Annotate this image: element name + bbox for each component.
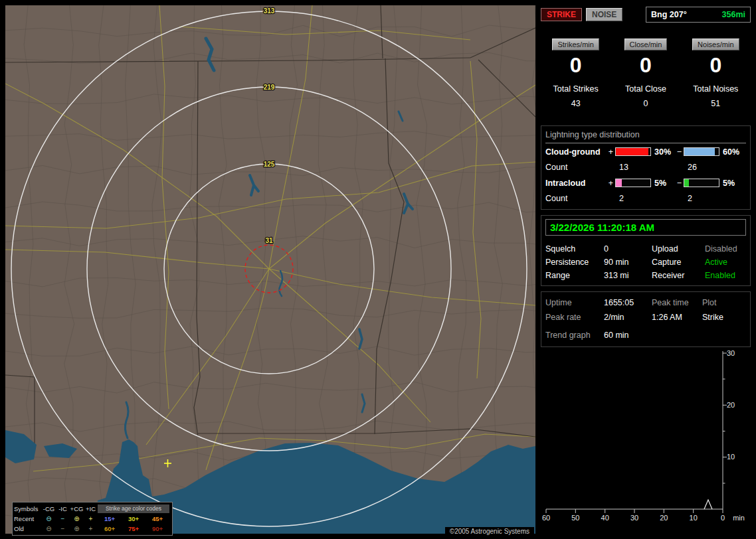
noises-per-min-value: 0: [681, 53, 751, 77]
plot-value: Strike: [702, 313, 746, 322]
intracloud-label: Intracloud: [545, 179, 607, 188]
ic-positive-sign: +: [607, 179, 615, 188]
noises-counter-column: Noises/min 0 Total Noises 51: [681, 38, 751, 108]
datetime-display: 3/22/2026 11:20:18 AM: [545, 219, 746, 236]
recent-pos-ic-icon: +: [84, 515, 98, 522]
noises-per-min-button[interactable]: Noises/min: [692, 38, 739, 50]
total-strikes-label: Total Strikes: [541, 84, 611, 94]
capture-status: Active: [705, 258, 746, 267]
recent-neg-ic-icon: −: [56, 515, 70, 522]
squelch-label: Squelch: [545, 244, 604, 254]
cg-positive-count: 13: [619, 163, 688, 172]
lightning-map[interactable]: 313 219 125 31 Symbols -CG -IC +CG +IC S…: [5, 5, 535, 534]
statistics-section: Uptime 1655:05 Peak time Plot Peak rate …: [541, 291, 751, 347]
cloud-ground-row: Cloud-ground + 30% − 60%: [545, 143, 746, 160]
map-canvas: 313 219 125 31: [5, 5, 535, 534]
rate-counters: Strikes/min 0 Total Strikes 43 Close/min…: [541, 38, 751, 108]
legend-col-pos-cg: +CG: [70, 505, 84, 512]
close-counter-column: Close/min 0 Total Close 0: [611, 38, 680, 108]
bearing-value: Bng 207°: [651, 10, 687, 19]
old-neg-cg-icon: ⊖: [42, 525, 56, 532]
age-45: 45+: [145, 515, 169, 522]
age-15: 15+: [98, 515, 122, 522]
cloud-ground-label: Cloud-ground: [545, 147, 607, 157]
plot-label: Plot: [702, 298, 746, 307]
ring-label-125: 125: [264, 161, 275, 168]
ic-positive-count: 2: [619, 194, 688, 203]
stats-row-1: Uptime 1655:05 Peak time Plot: [545, 295, 746, 310]
peak-time-value: 1:26 AM: [652, 313, 702, 322]
ic-negative-sign: −: [675, 179, 684, 188]
peak-rate-value: 2/min: [604, 313, 652, 322]
trend-x-label-50: 50: [571, 514, 579, 522]
trend-graph-window: 60 min: [604, 331, 746, 340]
trend-graph-label: Trend graph: [545, 331, 604, 340]
settings-row-squelch: Squelch 0 Upload Disabled: [545, 242, 746, 256]
age-90: 90+: [145, 525, 169, 532]
copyright-text: ©2005 Astrogenic Systems: [445, 527, 534, 536]
ring-label-219: 219: [264, 84, 275, 91]
capture-label: Capture: [652, 258, 705, 267]
trend-x-label-20: 20: [660, 514, 668, 522]
total-close-value: 0: [611, 99, 680, 108]
trend-x-unit: min: [733, 514, 745, 522]
strikes-per-min-value: 0: [541, 53, 611, 77]
trend-x-label-30: 30: [630, 514, 638, 522]
trend-x-label-0: 0: [721, 514, 725, 522]
receiver-label: Receiver: [652, 271, 705, 280]
ic-positive-bar-fill: [616, 179, 622, 187]
age-60: 60+: [98, 525, 122, 532]
total-noises-label: Total Noises: [681, 84, 751, 94]
distance-value: 356mi: [722, 10, 745, 19]
cg-count-label: Count: [545, 163, 619, 172]
cg-negative-sign: −: [675, 147, 684, 157]
total-close-label: Total Close: [611, 84, 680, 94]
persistence-label: Persistence: [545, 258, 604, 267]
noise-mode-button[interactable]: NOISE: [586, 8, 622, 21]
age-30: 30+: [122, 515, 145, 522]
recent-pos-cg-icon: ⊕: [70, 515, 84, 522]
cg-negative-percent: 60%: [719, 147, 746, 157]
cg-negative-count: 26: [688, 163, 746, 172]
trend-y-label-10: 10: [727, 453, 735, 461]
intracloud-row: Intracloud + 5% − 5%: [545, 175, 746, 191]
old-pos-ic-icon: +: [84, 525, 98, 532]
mode-toolbar: STRIKE NOISE Bng 207° 356mi: [541, 5, 751, 24]
trend-x-label-60: 60: [542, 514, 550, 522]
trend-x-label-40: 40: [601, 514, 609, 522]
squelch-value: 0: [604, 244, 652, 254]
total-strikes-value: 43: [541, 99, 611, 108]
ic-negative-count: 2: [688, 194, 746, 203]
ic-negative-bar: [684, 179, 719, 187]
cloud-ground-count-row: Count 13 26: [545, 160, 746, 175]
legend-symbols-header: Symbols: [14, 505, 42, 512]
close-per-min-button[interactable]: Close/min: [624, 38, 668, 50]
ic-positive-percent: 5%: [651, 179, 675, 188]
legend-age-header: Strike age color codes: [98, 504, 169, 513]
ic-negative-percent: 5%: [719, 179, 746, 188]
legend-col-pos-ic: +IC: [84, 505, 98, 512]
trend-series-strike: [704, 500, 712, 509]
ic-count-label: Count: [545, 194, 619, 203]
cg-negative-bar: [684, 147, 719, 156]
strike-mode-button[interactable]: STRIKE: [541, 8, 582, 21]
peak-rate-label: Peak rate: [545, 313, 604, 322]
peak-time-label: Peak time: [652, 298, 702, 307]
strikes-counter-column: Strikes/min 0 Total Strikes 43: [541, 38, 611, 108]
cg-negative-bar-fill: [684, 148, 715, 155]
trend-graph-row: Trend graph 60 min: [545, 327, 746, 343]
ic-positive-bar: [615, 179, 651, 187]
cg-positive-percent: 30%: [651, 147, 675, 157]
strikes-per-min-button[interactable]: Strikes/min: [552, 38, 599, 50]
old-pos-cg-icon: ⊕: [70, 525, 84, 532]
range-value: 313 mi: [604, 271, 652, 280]
stats-row-2: Peak rate 2/min 1:26 AM Strike: [545, 310, 746, 325]
legend-recent-label: Recent: [14, 515, 42, 522]
uptime-value: 1655:05: [604, 298, 652, 307]
old-neg-ic-icon: −: [56, 525, 70, 532]
legend-col-neg-cg: -CG: [42, 505, 56, 512]
lightning-distribution-section: Lightning type distribution Cloud-ground…: [541, 125, 751, 210]
legend-col-neg-ic: -IC: [56, 505, 70, 512]
total-noises-value: 51: [681, 99, 751, 108]
receiver-status: Enabled: [705, 271, 746, 280]
